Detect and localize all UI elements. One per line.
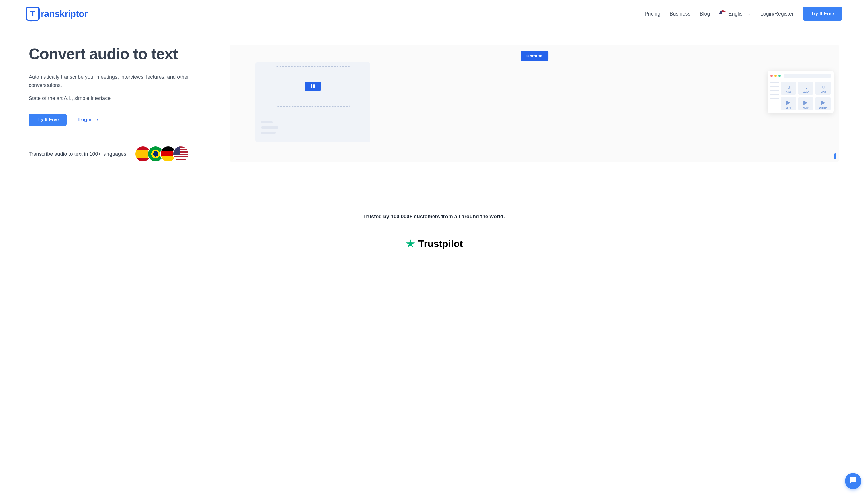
play-icon: ▶ <box>821 99 825 105</box>
unmute-button[interactable]: Unmute <box>521 50 548 61</box>
main-nav: Pricing Business Blog English ⌄ Login/Re… <box>645 7 842 21</box>
trust-headline: Trusted by 100.000+ customers from all a… <box>6 214 862 220</box>
mock-window <box>255 62 370 142</box>
file-type-mp3: ♫MP3 <box>816 81 831 95</box>
logo-t-letter: T <box>30 9 35 18</box>
window-max-icon <box>778 75 781 77</box>
nav-business[interactable]: Business <box>670 11 691 17</box>
languages-row: Transcribe audio to text in 100+ languag… <box>29 146 212 162</box>
nav-pricing[interactable]: Pricing <box>645 11 660 17</box>
file-label: MP4 <box>786 106 791 109</box>
file-type-webm: ▶WEBM <box>816 97 831 110</box>
mock-container: ♫AAC♫WAV♫MP3▶MP4▶MOV▶WEBM <box>255 62 834 162</box>
file-type-grid: ♫AAC♫WAV♫MP3▶MP4▶MOV▶WEBM <box>781 81 831 110</box>
header-bar: T ranskriptor Pricing Business Blog Engl… <box>0 0 868 28</box>
nav-blog[interactable]: Blog <box>700 11 710 17</box>
flag-us-icon <box>719 10 726 17</box>
trustpilot-logo[interactable]: ★ Trustpilot <box>405 237 463 250</box>
browser-titlebar <box>770 74 831 78</box>
hero-title: Convert audio to text <box>29 45 212 63</box>
scroll-indicator <box>834 153 836 159</box>
music-icon: ♫ <box>803 84 808 90</box>
browser-content: ♫AAC♫WAV♫MP3▶MP4▶MOV▶WEBM <box>770 81 831 110</box>
mock-text-lines <box>261 121 278 134</box>
hero-login-link[interactable]: Login → <box>78 117 99 123</box>
file-type-wav: ♫WAV <box>798 81 814 95</box>
trustpilot-star-icon: ★ <box>405 237 416 250</box>
window-min-icon <box>774 75 777 77</box>
hero-desc-1: Automatically transcribe your meetings, … <box>29 73 212 90</box>
music-icon: ♫ <box>821 84 825 90</box>
browser-sidebar <box>770 81 779 110</box>
window-close-icon <box>770 75 773 77</box>
play-icon: ▶ <box>786 99 790 105</box>
flag-group <box>135 146 189 162</box>
hero-section: Convert audio to text Automatically tran… <box>0 28 868 173</box>
header-try-free-button[interactable]: Try It Free <box>803 7 842 21</box>
trustpilot-text: Trustpilot <box>418 238 463 249</box>
file-type-mov: ▶MOV <box>798 97 814 110</box>
file-type-mp4: ▶MP4 <box>781 97 796 110</box>
file-label: WEBM <box>819 106 827 109</box>
language-selector[interactable]: English ⌄ <box>719 10 751 17</box>
mock-dropzone <box>276 66 350 107</box>
arrow-right-icon: → <box>94 117 99 123</box>
trust-section: Trusted by 100.000+ customers from all a… <box>0 173 868 262</box>
chat-icon <box>849 477 857 486</box>
music-icon: ♫ <box>786 84 790 90</box>
hero-left: Convert audio to text Automatically tran… <box>29 45 212 162</box>
hero-try-free-button[interactable]: Try It Free <box>29 114 67 126</box>
chat-widget-button[interactable] <box>845 473 861 489</box>
hero-illustration: Unmute <box>230 45 839 162</box>
play-icon: ▶ <box>803 99 808 105</box>
login-link-text: Login <box>78 117 91 123</box>
file-label: MOV <box>803 106 809 109</box>
file-label: WAV <box>803 91 808 94</box>
file-label: AAC <box>786 91 791 94</box>
logo[interactable]: T ranskriptor <box>26 7 87 21</box>
languages-text: Transcribe audio to text in 100+ languag… <box>29 151 126 157</box>
file-label: MP3 <box>820 91 826 94</box>
hero-desc-2: State of the art A.I., simple interface <box>29 94 212 103</box>
language-label: English <box>728 11 745 17</box>
logo-icon: T <box>26 7 39 21</box>
chevron-down-icon: ⌄ <box>748 12 751 16</box>
mock-browser: ♫AAC♫WAV♫MP3▶MP4▶MOV▶WEBM <box>768 71 834 113</box>
browser-url-bar <box>784 74 831 78</box>
pause-icon <box>305 81 321 91</box>
logo-text: ranskriptor <box>41 9 87 19</box>
nav-login-register[interactable]: Login/Register <box>760 11 794 17</box>
file-type-aac: ♫AAC <box>781 81 796 95</box>
hero-actions: Try It Free Login → <box>29 114 212 126</box>
flag-usa-icon <box>173 146 189 162</box>
